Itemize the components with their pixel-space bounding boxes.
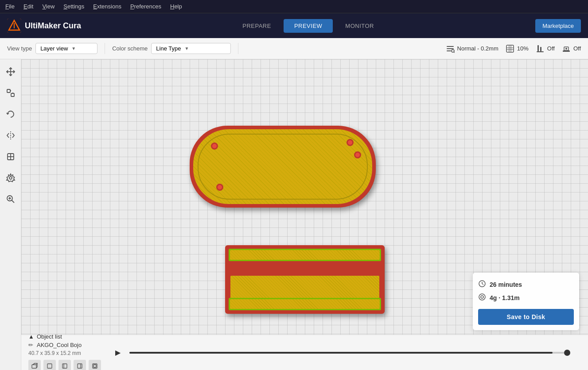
svg-rect-43 <box>62 364 67 368</box>
layer-slider-track[interactable] <box>129 352 570 354</box>
view-icon-front[interactable] <box>43 360 56 370</box>
quality-value: Normal - 0.2mm <box>457 45 498 52</box>
canvas-area[interactable]: 26 minutes 4g · 1.31m Save to Disk ▲ Obj… <box>21 59 588 370</box>
tab-prepare[interactable]: PREPARE <box>232 19 282 33</box>
corner-dot-tr <box>347 139 354 146</box>
view-icon-perspective[interactable] <box>28 360 41 370</box>
color-scheme-dropdown[interactable]: Line Type ▼ <box>151 43 231 54</box>
color-scheme-label: Color scheme <box>112 45 148 52</box>
view-icon-top[interactable] <box>89 360 101 370</box>
filament-row: 4g · 1.31m <box>478 291 574 304</box>
svg-point-38 <box>481 296 483 298</box>
svg-point-6 <box>452 50 454 52</box>
quality-group[interactable]: Normal - 0.2mm <box>446 44 498 53</box>
quality-icon <box>446 44 455 53</box>
view-icon-right[interactable] <box>74 360 86 370</box>
save-to-disk-button[interactable]: Save to Disk <box>478 309 574 325</box>
logo-text: UltiMaker Cura <box>25 21 81 31</box>
color-scheme-group: Color scheme Line Type ▼ <box>105 43 238 54</box>
view-type-chevron: ▼ <box>71 46 76 51</box>
title-bar: UltiMaker Cura PREPARE PREVIEW MONITOR M… <box>0 13 588 38</box>
marketplace-button[interactable]: Marketplace <box>535 19 581 33</box>
infill-value: 10% <box>517 45 529 52</box>
sidebar-search-tool[interactable] <box>4 192 18 206</box>
layer-slider-thumb[interactable] <box>564 350 570 356</box>
bottom-left: ▲ Object list ✏ AKGO_Cool Bojo 40.7 x 35… <box>28 333 101 370</box>
menu-file[interactable]: File <box>5 3 15 10</box>
time-row: 26 minutes <box>478 278 574 291</box>
menu-bar: File Edit View Settings Extensions Prefe… <box>0 0 588 13</box>
logo-area: UltiMaker Cura <box>7 19 81 33</box>
menu-settings[interactable]: Settings <box>63 3 84 10</box>
svg-point-37 <box>479 294 485 300</box>
view-type-label: View type <box>7 45 32 52</box>
svg-point-18 <box>565 48 567 50</box>
svg-rect-14 <box>540 47 541 51</box>
view-icons-row <box>28 360 101 370</box>
object-list-toggle[interactable]: ▲ <box>28 333 34 340</box>
svg-rect-8 <box>506 45 514 52</box>
adhesion-value: Off <box>573 45 581 52</box>
play-button[interactable]: ▶ <box>112 347 124 359</box>
sidebar-mirror-tool[interactable] <box>4 128 18 143</box>
object-edit-icon: ✏ <box>28 342 33 348</box>
toolbar-right: Normal - 0.2mm 10% Off <box>446 44 581 53</box>
view-icon-left[interactable] <box>58 360 71 370</box>
support-icon <box>536 44 545 53</box>
view-type-value: Layer view <box>40 45 68 52</box>
svg-line-36 <box>482 284 483 285</box>
obj2-shelf1-inner <box>230 250 380 260</box>
filament-icon <box>478 293 486 303</box>
obj2-body <box>225 245 385 314</box>
time-icon <box>478 280 486 289</box>
obj2-shelf3-inner <box>230 299 380 309</box>
menu-view[interactable]: View <box>42 3 55 10</box>
object-list-header: ▲ Object list <box>28 333 101 340</box>
tab-preview[interactable]: PREVIEW <box>284 19 333 33</box>
svg-rect-4 <box>447 48 454 49</box>
obj2-bottom-shelf <box>229 298 381 310</box>
corner-dot-bl <box>216 184 223 191</box>
svg-rect-15 <box>537 51 544 52</box>
object-2-box-shelf[interactable] <box>225 245 385 314</box>
svg-line-7 <box>454 52 455 53</box>
corner-dot-br <box>354 151 361 158</box>
svg-rect-5 <box>447 50 451 51</box>
adhesion-icon <box>562 44 571 53</box>
corner-dot-tl <box>211 143 218 150</box>
logo-icon <box>7 19 21 33</box>
tab-monitor[interactable]: MONITOR <box>335 19 385 33</box>
sidebar-scale-tool[interactable] <box>4 86 18 100</box>
object-dimensions: 40.7 x 35.9 x 15.2 mm <box>28 350 101 356</box>
obj2-shelf3-hatch <box>230 299 380 309</box>
svg-rect-21 <box>7 89 10 92</box>
toolbar: View type Layer view ▼ Color scheme Line… <box>0 38 588 59</box>
infill-group[interactable]: 10% <box>506 44 529 53</box>
support-group[interactable]: Off <box>536 44 555 53</box>
object-1-rounded-tray[interactable] <box>190 126 376 208</box>
view-type-dropdown[interactable]: Layer view ▼ <box>35 43 97 54</box>
menu-help[interactable]: Help <box>170 3 182 10</box>
sidebar-settings-tool[interactable] <box>4 171 18 185</box>
menu-extensions[interactable]: Extensions <box>93 3 121 10</box>
playback-area: ▶ <box>101 347 581 359</box>
object-name: AKGO_Cool Bojo <box>37 342 82 348</box>
support-value: Off <box>547 45 555 52</box>
svg-rect-45 <box>78 364 82 368</box>
svg-rect-39 <box>32 365 36 368</box>
color-scheme-value: Line Type <box>156 45 181 52</box>
obj2-top-shelf <box>229 249 381 261</box>
menu-preferences[interactable]: Preferences <box>130 3 161 10</box>
sidebar-rotate-tool[interactable] <box>4 107 18 121</box>
time-value: 26 minutes <box>490 281 522 288</box>
obj1-inner-border <box>198 134 368 200</box>
color-scheme-chevron: ▼ <box>184 46 189 51</box>
sidebar-move-tool[interactable] <box>4 65 18 79</box>
object-list-label: Object list <box>37 333 62 340</box>
menu-edit[interactable]: Edit <box>23 3 33 10</box>
left-sidebar <box>0 59 21 370</box>
adhesion-group[interactable]: Off <box>562 44 581 53</box>
print-info-panel: 26 minutes 4g · 1.31m Save to Disk <box>473 273 579 330</box>
sidebar-support-tool[interactable] <box>4 150 18 164</box>
svg-rect-3 <box>447 46 454 47</box>
